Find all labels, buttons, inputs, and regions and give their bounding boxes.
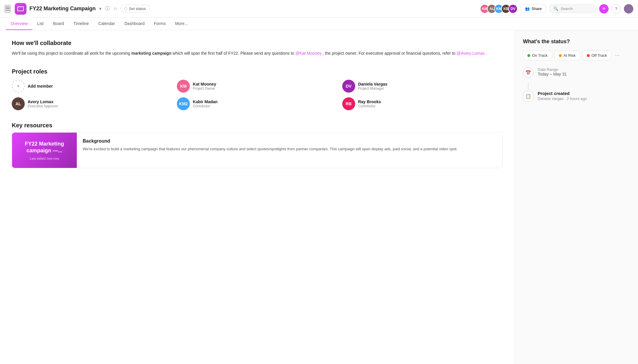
resources-section: Key resources FY22 Marketing campaign —.… xyxy=(12,122,503,168)
project-created-icon: 📋 xyxy=(523,91,534,101)
status-label: On Track xyxy=(532,53,548,58)
status-buttons: On TrackAt RiskOff Track··· xyxy=(523,51,630,60)
subnav-item-overview[interactable]: Overview xyxy=(6,18,32,30)
subnav-item-forms[interactable]: Forms xyxy=(149,18,170,30)
project-created-time: 2 hours ago xyxy=(567,96,587,101)
team-avatar: DV xyxy=(508,4,518,14)
star-icon[interactable]: ☆ xyxy=(113,5,118,12)
sidebar: What's the status? On TrackAt RiskOff Tr… xyxy=(514,30,638,364)
collaborate-section: How we'll collaborate We'll be using thi… xyxy=(12,40,503,56)
role-title: Project Manager xyxy=(358,86,388,91)
role-info: Kabir Madan Contributor xyxy=(193,99,217,108)
role-info: Daniela Vargas Project Manager xyxy=(358,82,388,91)
role-avatar: DV xyxy=(342,80,355,93)
app-icon xyxy=(15,3,26,15)
subnav-item-list[interactable]: List xyxy=(32,18,48,30)
status-dot xyxy=(527,54,530,57)
help-button[interactable]: ? xyxy=(612,4,621,14)
resource-thumbnail-sub: Last edited Just now xyxy=(30,157,59,160)
share-button[interactable]: 👥 Share xyxy=(521,4,546,13)
collaborate-description: We'll be using this project to coordinat… xyxy=(12,50,503,56)
desc-text-4: . xyxy=(486,51,487,56)
role-name: Ray Brooks xyxy=(358,99,381,104)
team-avatar-group: KMALKMKBDV xyxy=(480,4,518,14)
add-member-button[interactable]: + xyxy=(12,80,25,93)
dropdown-icon[interactable]: ▾ xyxy=(99,5,102,12)
status-dot xyxy=(559,54,562,57)
share-label: Share xyxy=(531,6,542,11)
status-btn-at-risk[interactable]: At Risk xyxy=(554,51,580,60)
roles-grid: + Add member KM Kat Mooney Project Owner… xyxy=(12,80,503,110)
role-title: Executive Approver xyxy=(28,104,58,108)
role-avatar: KM xyxy=(177,80,190,93)
add-member-label: Add member xyxy=(28,84,53,89)
role-name: Kat Mooney xyxy=(193,82,216,86)
subnav-item-more---[interactable]: More... xyxy=(170,18,193,30)
date-range-content: Date Range Today – May 31 xyxy=(538,67,567,76)
project-created-sub: Daniela Vargas 2 hours ago xyxy=(538,96,587,101)
role-name: Avery Lomax xyxy=(28,99,58,104)
status-btn-on-track[interactable]: On Track xyxy=(523,51,552,60)
role-info: Kat Mooney Project Owner xyxy=(193,82,216,91)
desc-text-1: We'll be using this project to coordinat… xyxy=(12,51,131,56)
main-layout: How we'll collaborate We'll be using thi… xyxy=(0,30,638,364)
timeline-divider xyxy=(528,83,529,90)
status-label: At Risk xyxy=(564,53,576,58)
hamburger-button[interactable]: ☰ xyxy=(5,5,11,13)
collaborate-title: How we'll collaborate xyxy=(12,40,503,46)
timeline-section: 📅 Date Range Today – May 31 📋 Project cr… xyxy=(523,67,630,101)
role-avatar: RB xyxy=(342,97,355,110)
subnav-item-timeline[interactable]: Timeline xyxy=(69,18,94,30)
resource-card[interactable]: FY22 Marketing campaign —... Last edited… xyxy=(12,132,503,168)
status-label: Off Track xyxy=(592,53,607,58)
set-status-circle xyxy=(124,7,127,10)
resources-title: Key resources xyxy=(12,122,503,129)
desc-bold: marketing campaign xyxy=(131,51,171,56)
role-item: KM Kat Mooney Project Owner xyxy=(177,80,337,93)
search-icon: 🔍 xyxy=(554,6,558,11)
resource-thumbnail: FY22 Marketing campaign —... Last edited… xyxy=(12,133,77,168)
role-item: RB Ray Brooks Contributor xyxy=(342,97,503,110)
add-button[interactable]: + xyxy=(599,4,609,14)
desc-text-2: which will span the first half of FY22. … xyxy=(172,51,295,56)
role-avatar: AL xyxy=(12,97,25,110)
add-member-item: + Add member xyxy=(12,80,172,93)
resource-thumbnail-title: FY22 Marketing campaign —... xyxy=(17,141,72,154)
mention-kat[interactable]: @Kat Mooney xyxy=(295,51,321,56)
info-icon[interactable]: ⓘ xyxy=(104,5,110,12)
resource-content: Background We're excited to build a mark… xyxy=(77,133,502,168)
date-range-item: 📅 Date Range Today – May 31 xyxy=(523,67,630,78)
project-created-item: 📋 Project created Daniela Vargas 2 hours… xyxy=(523,91,630,101)
role-title: Contributor xyxy=(193,104,217,108)
role-item: DV Daniela Vargas Project Manager xyxy=(342,80,503,93)
top-nav: ☰ FY22 Marketing Campaign ▾ ⓘ ☆ Set stat… xyxy=(0,0,638,18)
role-title: Contributor xyxy=(358,104,381,108)
title-controls: ▾ ⓘ ☆ Set status xyxy=(99,5,150,13)
role-info: Avery Lomax Executive Approver xyxy=(28,99,58,108)
desc-text-3: , the project owner. For executive appro… xyxy=(323,51,456,56)
roles-section: Project roles + Add member KM Kat Mooney… xyxy=(12,68,503,110)
sub-nav: OverviewListBoardTimelineCalendarDashboa… xyxy=(0,18,638,30)
project-created-by: Daniela Vargas xyxy=(538,96,564,101)
role-name: Daniela Vargas xyxy=(358,82,388,86)
status-btn-off-track[interactable]: Off Track xyxy=(582,51,612,60)
subnav-item-dashboard[interactable]: Dashboard xyxy=(120,18,149,30)
user-avatar[interactable] xyxy=(624,4,633,14)
search-bar[interactable]: 🔍 Search xyxy=(549,4,596,13)
calendar-icon: 📅 xyxy=(523,67,534,78)
role-avatar: KM2 xyxy=(177,97,190,110)
set-status-button[interactable]: Set status xyxy=(120,5,150,13)
mention-avery[interactable]: @Avery Lomax xyxy=(457,51,485,56)
content-area: How we'll collaborate We'll be using thi… xyxy=(0,30,514,364)
search-placeholder: Search xyxy=(561,6,573,11)
role-item: AL Avery Lomax Executive Approver xyxy=(12,97,172,110)
date-range-label: Date Range xyxy=(538,67,567,72)
subnav-item-board[interactable]: Board xyxy=(48,18,69,30)
app-icon-inner xyxy=(17,6,24,11)
set-status-label: Set status xyxy=(129,6,146,11)
resource-title: Background xyxy=(83,138,496,144)
subnav-item-calendar[interactable]: Calendar xyxy=(94,18,120,30)
status-dot xyxy=(587,54,590,57)
question-icon: ? xyxy=(615,6,617,11)
status-more-button[interactable]: ··· xyxy=(614,52,620,59)
